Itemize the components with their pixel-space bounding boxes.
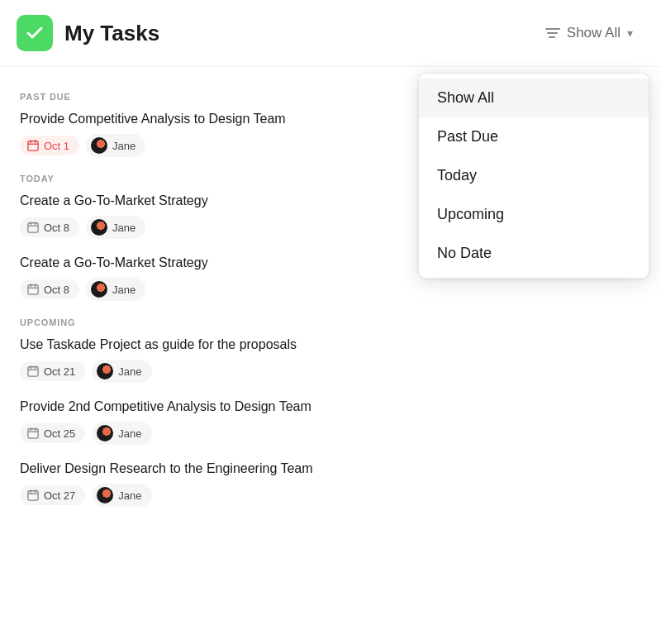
assignee-name-task-5: Jane bbox=[118, 427, 141, 440]
date-badge-task-3[interactable]: Oct 8 bbox=[20, 279, 79, 299]
avatar-task-2 bbox=[91, 219, 107, 236]
task-meta-task-5: Oct 25 Jane bbox=[20, 422, 641, 445]
task-meta-task-4: Oct 21 Jane bbox=[20, 360, 641, 383]
avatar-badge-task-2[interactable]: Jane bbox=[86, 216, 145, 239]
filter-dropdown: Show AllPast DueTodayUpcomingNo Date bbox=[418, 73, 649, 279]
avatar-image bbox=[97, 425, 113, 441]
dropdown-item-no-date[interactable]: No Date bbox=[419, 234, 649, 273]
dropdown-item-today[interactable]: Today bbox=[419, 156, 649, 195]
date-badge-task-1[interactable]: Oct 1 bbox=[20, 136, 79, 155]
date-text-task-2: Oct 8 bbox=[44, 222, 69, 234]
avatar-task-4 bbox=[97, 363, 113, 379]
date-badge-task-4[interactable]: Oct 21 bbox=[20, 361, 85, 381]
assignee-name-task-3: Jane bbox=[112, 284, 136, 296]
assignee-name-task-2: Jane bbox=[112, 222, 136, 234]
calendar-icon bbox=[26, 139, 40, 152]
task-meta-task-3: Oct 8 Jane bbox=[20, 278, 641, 301]
avatar-task-6 bbox=[97, 487, 113, 503]
task-meta-task-6: Oct 27 Jane bbox=[20, 484, 641, 507]
avatar-image bbox=[91, 219, 107, 236]
check-icon bbox=[25, 23, 45, 43]
filter-button[interactable]: Show All ▾ bbox=[537, 20, 641, 46]
date-text-task-3: Oct 8 bbox=[44, 284, 69, 296]
filter-label: Show All bbox=[567, 25, 621, 41]
avatar-badge-task-1[interactable]: Jane bbox=[86, 134, 145, 157]
task-title-task-4: Use Taskade Project as guide for the pro… bbox=[20, 336, 641, 354]
avatar-task-1 bbox=[91, 137, 107, 154]
header-left: My Tasks bbox=[17, 15, 159, 51]
calendar-icon bbox=[26, 365, 40, 378]
date-text-task-6: Oct 27 bbox=[44, 489, 75, 502]
avatar-task-3 bbox=[91, 281, 107, 298]
dropdown-item-upcoming[interactable]: Upcoming bbox=[419, 195, 649, 234]
assignee-name-task-6: Jane bbox=[118, 489, 141, 502]
svg-rect-0 bbox=[28, 141, 38, 150]
avatar-image bbox=[97, 487, 113, 503]
avatar-image bbox=[91, 137, 107, 154]
svg-rect-20 bbox=[28, 491, 38, 500]
date-text-task-4: Oct 21 bbox=[44, 365, 75, 378]
calendar-icon bbox=[26, 427, 40, 440]
task-title-task-5: Provide 2nd Competitive Analysis to Desi… bbox=[20, 398, 641, 416]
dropdown-item-show-all[interactable]: Show All bbox=[419, 79, 649, 117]
calendar-icon bbox=[26, 283, 40, 296]
calendar-icon bbox=[26, 489, 40, 502]
dropdown-item-past-due[interactable]: Past Due bbox=[419, 117, 649, 156]
logo-box bbox=[17, 15, 53, 51]
avatar-image bbox=[97, 363, 113, 379]
task-item-task-4: Use Taskade Project as guide for the pro… bbox=[20, 336, 641, 383]
calendar-icon bbox=[26, 221, 40, 234]
svg-rect-12 bbox=[28, 367, 38, 376]
date-text-task-1: Oct 1 bbox=[44, 140, 69, 152]
avatar-badge-task-5[interactable]: Jane bbox=[92, 422, 151, 445]
avatar-task-5 bbox=[97, 425, 113, 441]
date-badge-task-6[interactable]: Oct 27 bbox=[20, 485, 85, 505]
avatar-image bbox=[91, 281, 107, 298]
date-badge-task-2[interactable]: Oct 8 bbox=[20, 217, 79, 237]
svg-rect-8 bbox=[28, 285, 38, 294]
section-label-upcoming: UPCOMING bbox=[20, 317, 641, 327]
date-badge-task-5[interactable]: Oct 25 bbox=[20, 423, 85, 443]
task-title-task-6: Deliver Design Research to the Engineeri… bbox=[20, 460, 641, 478]
assignee-name-task-1: Jane bbox=[112, 140, 136, 152]
header: My Tasks Show All ▾ bbox=[0, 0, 661, 67]
date-text-task-5: Oct 25 bbox=[44, 427, 75, 440]
avatar-badge-task-6[interactable]: Jane bbox=[92, 484, 151, 507]
chevron-down-icon: ▾ bbox=[627, 26, 633, 40]
svg-rect-4 bbox=[28, 223, 38, 232]
filter-icon bbox=[545, 28, 560, 38]
task-item-task-5: Provide 2nd Competitive Analysis to Desi… bbox=[20, 398, 641, 445]
assignee-name-task-4: Jane bbox=[118, 365, 141, 378]
task-item-task-6: Deliver Design Research to the Engineeri… bbox=[20, 460, 641, 507]
avatar-badge-task-4[interactable]: Jane bbox=[92, 360, 151, 383]
avatar-badge-task-3[interactable]: Jane bbox=[86, 278, 145, 301]
svg-rect-16 bbox=[28, 429, 38, 438]
page-title: My Tasks bbox=[64, 21, 159, 46]
